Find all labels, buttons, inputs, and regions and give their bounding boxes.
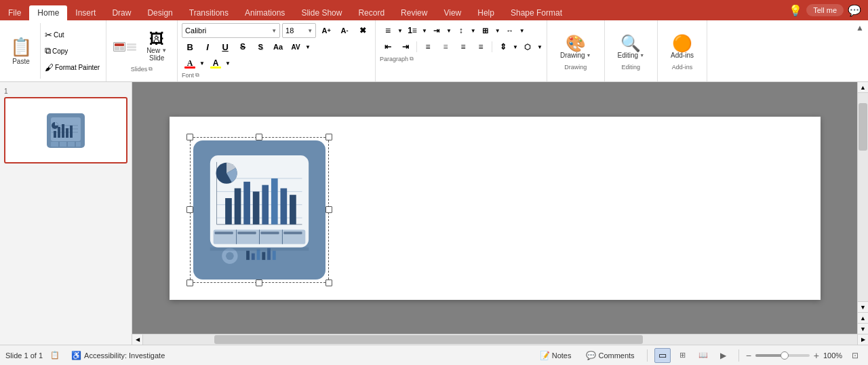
comments-button[interactable]: 💬 Comments: [580, 349, 639, 362]
menu-slideshow[interactable]: Slide Show: [293, 5, 350, 20]
h-scroll-thumb[interactable]: [214, 335, 643, 344]
menu-design[interactable]: Design: [139, 5, 180, 20]
drawing-arrow[interactable]: ▼: [587, 53, 591, 58]
cols-button[interactable]: ⊞: [477, 23, 494, 38]
v-scroll-next-slide[interactable]: ▼: [858, 323, 868, 334]
text-direction-button[interactable]: ↔: [502, 23, 518, 38]
menu-record[interactable]: Record: [350, 5, 393, 20]
increase-font-button[interactable]: A+: [318, 23, 334, 38]
font-dropdown-arrow[interactable]: ▼: [305, 44, 311, 50]
normal-view-button[interactable]: ▭: [654, 348, 671, 363]
menu-shapeformat[interactable]: Shape Format: [502, 5, 570, 20]
font-expand-icon[interactable]: ⧉: [195, 72, 199, 79]
cut-button[interactable]: ✂ Cut: [43, 27, 102, 42]
zoom-in-button[interactable]: +: [814, 350, 819, 361]
lightbulb-icon[interactable]: 💡: [789, 4, 802, 17]
vertical-align-button[interactable]: ⇕: [495, 39, 511, 54]
align-center-button[interactable]: ≡: [437, 39, 454, 54]
zoom-slider-thumb[interactable]: [781, 351, 789, 360]
handle-bl[interactable]: [186, 280, 193, 286]
v-scroll-track[interactable]: [858, 93, 868, 301]
bullets-arrow[interactable]: ▼: [397, 28, 403, 34]
font-color-button[interactable]: A: [182, 56, 198, 71]
menu-draw[interactable]: Draw: [104, 5, 139, 20]
char-spacing-button[interactable]: AV: [288, 39, 304, 54]
menu-home[interactable]: Home: [29, 5, 67, 20]
notes-view-toggle[interactable]: 📋: [47, 349, 63, 362]
align-right-button[interactable]: ≡: [455, 39, 471, 54]
convert-smartart-button[interactable]: ⬡: [519, 39, 536, 54]
align-left-button[interactable]: ≡: [420, 39, 436, 54]
copy-button[interactable]: ⧉ Copy: [43, 43, 102, 58]
accessibility-button[interactable]: ♿ Accessibility: Investigate: [67, 349, 169, 362]
text-shadow-button[interactable]: S: [252, 39, 269, 54]
tell-me-box[interactable]: Tell me: [806, 4, 844, 16]
vertical-align-arrow[interactable]: ▼: [513, 44, 518, 50]
notes-button[interactable]: 📝 Notes: [534, 349, 577, 362]
handle-mr[interactable]: [326, 206, 332, 213]
decrease-indent-button[interactable]: ⇤: [380, 39, 396, 54]
numbering-arrow[interactable]: ▼: [422, 28, 427, 34]
slide-sorter-button[interactable]: ⊞: [675, 348, 691, 363]
change-case-button[interactable]: Aa: [270, 39, 286, 54]
line-spacing-arrow[interactable]: ▼: [471, 28, 476, 34]
decrease-font-button[interactable]: A-: [336, 23, 353, 38]
font-color-arrow[interactable]: ▼: [199, 60, 206, 66]
slides-expand-icon[interactable]: ⧉: [149, 66, 153, 73]
bold-button[interactable]: B: [182, 39, 198, 54]
justify-button[interactable]: ≡: [473, 39, 489, 54]
reading-view-button[interactable]: 📖: [695, 348, 711, 363]
zoom-slider-control[interactable]: [755, 354, 810, 357]
drawing-button[interactable]: 🎨 Drawing ▼: [553, 32, 599, 62]
menu-view[interactable]: View: [435, 5, 469, 20]
menu-insert[interactable]: Insert: [67, 5, 104, 20]
italic-button[interactable]: I: [199, 39, 216, 54]
underline-button[interactable]: U: [217, 39, 233, 54]
v-scroll-thumb[interactable]: [859, 103, 867, 151]
convert-smartart-arrow[interactable]: ▼: [537, 44, 542, 50]
v-scroll-up-button[interactable]: ▲: [858, 82, 868, 93]
font-name-dropdown[interactable]: Calibri ▼: [182, 23, 280, 38]
selected-shape[interactable]: [190, 137, 329, 283]
new-slide-button[interactable]: 🖼 New ▼ Slide: [140, 29, 173, 64]
h-scroll-track[interactable]: [143, 334, 857, 345]
slide-thumbnail[interactable]: [4, 97, 127, 164]
cols-arrow[interactable]: ▼: [495, 28, 500, 34]
zoom-percent[interactable]: 100%: [823, 351, 844, 360]
handle-tm[interactable]: [256, 134, 262, 140]
menu-transitions[interactable]: Transitions: [181, 5, 237, 20]
addins-button[interactable]: 🟠 Add-ins: [663, 32, 701, 62]
handle-tl[interactable]: [186, 134, 193, 140]
font-size-dropdown[interactable]: 18 ▼: [282, 23, 316, 38]
indent-level-button[interactable]: ⇥: [429, 23, 445, 38]
menu-file[interactable]: File: [0, 5, 29, 20]
format-painter-button[interactable]: 🖌 Format Painter: [43, 60, 102, 75]
paste-button[interactable]: 📋 Paste: [4, 23, 38, 79]
indent-level-arrow[interactable]: ▼: [446, 28, 452, 34]
highlight-arrow[interactable]: ▼: [225, 60, 232, 66]
para-expand-icon[interactable]: ⧉: [410, 56, 414, 62]
slide-layout-button[interactable]: [111, 40, 139, 54]
v-scroll-prev-slide[interactable]: ▲: [858, 312, 868, 323]
fit-slide-button[interactable]: ⊡: [848, 348, 863, 363]
menu-animations[interactable]: Animations: [237, 5, 293, 20]
new-slide-dropdown[interactable]: ▼: [161, 47, 167, 54]
clear-formatting-button[interactable]: ✖: [355, 23, 371, 38]
h-scroll-right-button[interactable]: ▶: [857, 334, 868, 345]
comment-icon[interactable]: 💬: [848, 4, 861, 17]
handle-bm[interactable]: [256, 280, 262, 286]
editing-button[interactable]: 🔍 Editing ▼: [610, 32, 652, 62]
handle-ml[interactable]: [186, 206, 193, 213]
numbering-button[interactable]: 1≡: [404, 23, 420, 38]
highlight-color-button[interactable]: A: [208, 56, 224, 71]
handle-br[interactable]: [326, 280, 332, 286]
editing-arrow[interactable]: ▼: [639, 53, 644, 58]
increase-indent-button[interactable]: ⇥: [397, 39, 414, 54]
text-direction-arrow[interactable]: ▼: [519, 28, 525, 34]
menu-help[interactable]: Help: [469, 5, 502, 20]
line-spacing-button[interactable]: ↕: [453, 23, 469, 38]
zoom-out-button[interactable]: −: [746, 350, 751, 361]
bullets-button[interactable]: ≡: [380, 23, 396, 38]
handle-tr[interactable]: [326, 134, 332, 140]
slideshow-button[interactable]: ▶: [715, 348, 732, 363]
